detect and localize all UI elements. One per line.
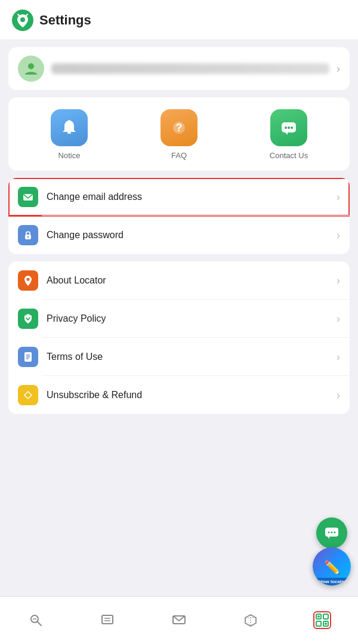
shield-book-icon bbox=[22, 313, 34, 325]
user-row-chevron: › bbox=[337, 63, 340, 75]
svg-point-9 bbox=[288, 127, 290, 129]
svg-point-13 bbox=[27, 236, 29, 238]
avatar bbox=[18, 56, 44, 82]
svg-point-1 bbox=[20, 17, 25, 22]
chat-dots-icon bbox=[279, 118, 298, 137]
svg-rect-34 bbox=[316, 621, 321, 626]
change-email-item[interactable]: Change email address › bbox=[8, 178, 350, 216]
tab-messages[interactable] bbox=[143, 605, 215, 629]
app-header: Settings bbox=[0, 0, 358, 40]
svg-point-21 bbox=[331, 532, 333, 534]
page-title: Settings bbox=[39, 13, 91, 28]
settings-tab-icon bbox=[313, 611, 331, 629]
user-name-blurred bbox=[51, 63, 329, 74]
notice-icon-bg bbox=[51, 109, 88, 146]
privacy-chevron: › bbox=[337, 313, 340, 325]
email-icon-bg bbox=[18, 187, 38, 207]
messages-tab-icon bbox=[170, 611, 188, 629]
svg-point-8 bbox=[285, 127, 287, 129]
svg-point-2 bbox=[28, 63, 34, 69]
tab-ar[interactable] bbox=[215, 605, 286, 629]
privacy-icon-bg bbox=[18, 309, 38, 329]
unsubscribe-label: Unsubscribe & Refund bbox=[47, 390, 328, 400]
quick-action-faq[interactable]: ? FAQ bbox=[124, 109, 234, 160]
email-icon bbox=[22, 191, 34, 203]
tab-list[interactable] bbox=[72, 605, 143, 629]
chat-fab-icon bbox=[324, 525, 340, 541]
svg-rect-33 bbox=[323, 614, 328, 619]
terms-chevron: › bbox=[337, 351, 340, 363]
how-locate-badge[interactable]: ✏️ How locate bbox=[313, 547, 351, 586]
unsub-icon-bg bbox=[18, 385, 38, 405]
privacy-policy-label: Privacy Policy bbox=[47, 313, 328, 324]
terms-of-use-label: Terms of Use bbox=[47, 352, 328, 362]
svg-text:?: ? bbox=[176, 122, 183, 134]
bottom-tab-bar bbox=[0, 596, 358, 644]
svg-point-37 bbox=[317, 615, 320, 618]
svg-point-4 bbox=[68, 120, 70, 122]
search-tab-icon bbox=[27, 611, 45, 629]
quick-actions-card: Notice ? FAQ Contact Us bbox=[8, 97, 350, 171]
faq-icon-bg: ? bbox=[161, 109, 197, 146]
contact-label: Contact Us bbox=[270, 151, 308, 160]
fab-chat-button[interactable] bbox=[316, 517, 347, 549]
diamond-icon bbox=[22, 389, 34, 401]
document-icon bbox=[22, 351, 34, 363]
unsubscribe-item[interactable]: Unsubscribe & Refund › bbox=[8, 376, 350, 414]
user-icon bbox=[23, 60, 39, 77]
privacy-policy-item[interactable]: Privacy Policy › bbox=[8, 300, 350, 338]
bell-icon bbox=[60, 118, 79, 137]
password-icon-bg bbox=[18, 225, 38, 245]
quick-action-contact[interactable]: Contact Us bbox=[234, 109, 344, 160]
terms-icon-bg bbox=[18, 347, 38, 367]
faq-label: FAQ bbox=[171, 151, 187, 160]
svg-line-24 bbox=[38, 621, 42, 625]
account-settings-card: Change email address › Change password › bbox=[8, 178, 350, 254]
change-email-chevron: › bbox=[337, 191, 340, 204]
svg-point-14 bbox=[27, 278, 30, 281]
list-tab-icon bbox=[98, 611, 116, 629]
unsub-chevron: › bbox=[337, 389, 340, 402]
app-logo-icon bbox=[12, 10, 33, 31]
contact-icon-bg bbox=[270, 109, 307, 146]
user-profile-row[interactable]: › bbox=[8, 47, 350, 90]
terms-of-use-item[interactable]: Terms of Use › bbox=[8, 338, 350, 376]
change-email-label: Change email address bbox=[47, 192, 328, 202]
change-password-label: Change password bbox=[47, 230, 328, 241]
info-settings-card: About Locator › Privacy Policy › Terms o… bbox=[8, 261, 350, 414]
lock-icon bbox=[22, 229, 34, 241]
how-locate-label: How locate bbox=[313, 578, 351, 586]
ar-tab-icon bbox=[242, 611, 260, 629]
about-locator-item[interactable]: About Locator › bbox=[8, 261, 350, 300]
about-locator-label: About Locator bbox=[47, 275, 328, 286]
change-password-chevron: › bbox=[337, 229, 340, 242]
svg-point-36 bbox=[325, 623, 327, 625]
about-icon-bg bbox=[18, 270, 38, 291]
notice-label: Notice bbox=[58, 151, 81, 160]
tab-search[interactable] bbox=[0, 605, 72, 629]
svg-point-22 bbox=[334, 532, 336, 534]
location-pin-icon bbox=[22, 275, 34, 286]
how-locate-icon: ✏️ bbox=[324, 560, 340, 575]
quick-action-notice[interactable]: Notice bbox=[14, 109, 124, 160]
svg-point-10 bbox=[291, 127, 293, 129]
question-icon: ? bbox=[169, 118, 189, 137]
tab-settings[interactable] bbox=[286, 605, 358, 629]
about-chevron: › bbox=[337, 275, 340, 287]
svg-point-20 bbox=[328, 532, 330, 534]
svg-rect-3 bbox=[67, 132, 71, 134]
svg-rect-26 bbox=[102, 615, 113, 624]
change-password-item[interactable]: Change password › bbox=[8, 216, 350, 254]
